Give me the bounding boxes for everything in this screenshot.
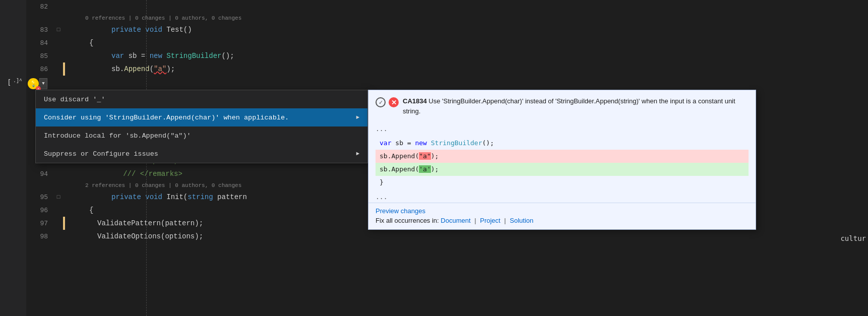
close-paren: ); bbox=[166, 65, 175, 73]
preview-line-removed: sb.Append("a"); bbox=[376, 150, 749, 163]
left-sidebar: [ .]^ bbox=[0, 0, 26, 316]
dot-indicator: .]^ bbox=[13, 78, 22, 84]
info-panel-icons: ✓ ✕ bbox=[376, 97, 399, 107]
open-paren: ( bbox=[150, 65, 154, 73]
preview-close-3: ); bbox=[431, 165, 439, 173]
code-line-86: 86 sb.Append("a"); bbox=[26, 62, 868, 76]
preview-type: StringBuilder bbox=[431, 139, 482, 147]
append-method: Append bbox=[124, 65, 149, 73]
line-number-86: 86 bbox=[26, 66, 54, 73]
line-number-95: 95 bbox=[26, 194, 54, 201]
code-editor: 82 0 references | 0 changes | 0 authors,… bbox=[0, 0, 868, 316]
string-arg: "a" bbox=[154, 65, 166, 73]
preview-indent-3: sb.Append( bbox=[380, 165, 419, 173]
bracket-indicator: [ bbox=[7, 78, 11, 86]
preview-close-2: ); bbox=[431, 152, 439, 160]
preview-kw-new: new bbox=[415, 139, 430, 147]
separator-2: | bbox=[504, 217, 508, 224]
quick-action-menu: Use discard '_' Consider using 'StringBu… bbox=[35, 90, 368, 163]
line-number-96: 96 bbox=[26, 207, 54, 214]
highlight-old-arg: "a" bbox=[419, 152, 430, 160]
fix-all-solution-link[interactable]: Solution bbox=[510, 217, 533, 224]
preview-indent-2: sb.Append( bbox=[380, 152, 419, 160]
dropdown-chevron: ▼ bbox=[42, 81, 44, 86]
fix-all-label: Fix all occurrences in: bbox=[376, 217, 439, 224]
right-edge-text: cultur bbox=[840, 234, 868, 242]
highlight-new-arg: 'a' bbox=[419, 165, 430, 173]
line-number-85: 85 bbox=[26, 52, 54, 60]
circle-check-icon: ✓ bbox=[376, 97, 386, 107]
fix-all-project-link[interactable]: Project bbox=[480, 217, 500, 224]
menu-item-suppress-configure[interactable]: Suppress or Configure issues ► bbox=[36, 145, 367, 163]
preview-parens: (); bbox=[482, 139, 494, 147]
info-panel-body: ... var sb = new StringBuilder(); sb.App… bbox=[368, 121, 756, 203]
error-circle-icon: ✕ bbox=[389, 97, 399, 107]
param-pattern: pattern bbox=[213, 193, 247, 201]
code-action-info-panel: ✓ ✕ CA1834 Use 'StringBuilder.Append(cha… bbox=[368, 90, 756, 230]
keyword-void-95: void bbox=[145, 193, 166, 201]
menu-item-label-consider: Consider using 'StringBuilder.Append(cha… bbox=[44, 114, 289, 121]
submenu-arrow-suppress: ► bbox=[356, 151, 359, 157]
info-dots-top: ... bbox=[376, 123, 749, 135]
code-preview-block: var sb = new StringBuilder(); sb.Append(… bbox=[376, 137, 749, 189]
menu-item-consider-stringbuilder[interactable]: Consider using 'StringBuilder.Append(cha… bbox=[36, 108, 367, 127]
keyword-private-95: private bbox=[111, 193, 145, 201]
lightbulb-widget[interactable]: 💡 ✕ ▼ bbox=[28, 78, 47, 89]
menu-item-introduce-local[interactable]: Introduce local for 'sb.Append("a")' bbox=[36, 127, 367, 145]
preview-line-brace: } bbox=[376, 176, 749, 189]
line-number-94: 94 bbox=[26, 170, 54, 178]
menu-item-label-use-discard: Use discard '_' bbox=[44, 96, 105, 103]
line-indicator-83: □ bbox=[54, 27, 63, 33]
preview-line-1: var sb = new StringBuilder(); bbox=[376, 137, 749, 150]
line-indicator-95: □ bbox=[54, 194, 63, 200]
method-call: sb. bbox=[111, 65, 124, 73]
fix-all-document-link[interactable]: Document bbox=[441, 217, 470, 224]
separator-1: | bbox=[474, 217, 478, 224]
submenu-arrow-consider: ► bbox=[356, 114, 359, 120]
line-number-84: 84 bbox=[26, 39, 54, 47]
preview-sb: sb = bbox=[395, 139, 415, 147]
code-line-98: 98 ValidateOptions(options); bbox=[26, 230, 868, 243]
info-title-span: Use 'StringBuilder.Append(char)' instead… bbox=[403, 97, 735, 115]
preview-kw-var: var bbox=[380, 139, 395, 147]
info-panel-title-text: CA1834 Use 'StringBuilder.Append(char)' … bbox=[403, 96, 749, 116]
info-dots-bottom: ... bbox=[376, 191, 749, 203]
preview-changes-link[interactable]: Preview changes bbox=[376, 207, 749, 215]
info-panel-footer: Preview changes Fix all occurrences in: … bbox=[368, 203, 756, 229]
line-number-98: 98 bbox=[26, 233, 54, 240]
menu-item-use-discard[interactable]: Use discard '_' bbox=[36, 90, 367, 108]
menu-item-label-suppress: Suppress or Configure issues bbox=[44, 150, 158, 158]
preview-line-added: sb.Append('a'); bbox=[376, 163, 749, 176]
menu-item-label-introduce: Introduce local for 'sb.Append("a")' bbox=[44, 132, 191, 140]
line-number-83: 83 bbox=[26, 26, 54, 34]
line-number-82: 82 bbox=[26, 3, 54, 11]
method-init: Init( bbox=[166, 193, 188, 201]
lightbulb-icon[interactable]: 💡 ✕ bbox=[28, 78, 39, 89]
line-number-97: 97 bbox=[26, 220, 54, 227]
line-content-98: ValidateOptions(options); bbox=[65, 230, 868, 243]
error-id: CA1834 bbox=[403, 97, 427, 105]
fix-all-line: Fix all occurrences in: Document | Proje… bbox=[376, 217, 749, 224]
info-title-body: Use 'StringBuilder.Append(char)' instead… bbox=[403, 97, 735, 115]
info-panel-header: ✓ ✕ CA1834 Use 'StringBuilder.Append(cha… bbox=[368, 90, 756, 121]
keyword-string: string bbox=[188, 193, 213, 201]
